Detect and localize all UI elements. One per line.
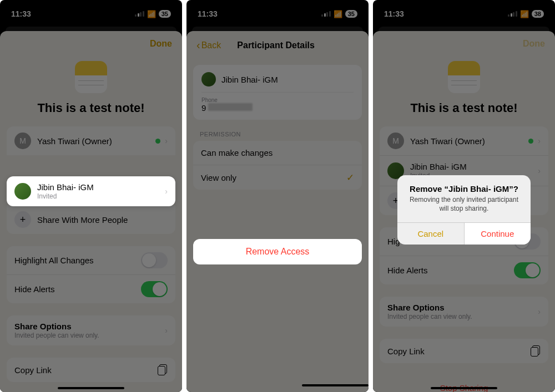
back-button[interactable]: ‹ Back (196, 39, 221, 52)
status-time: 11:33 (198, 9, 218, 18)
battery-level: 35 (345, 10, 357, 18)
plus-icon: + (14, 211, 31, 228)
participant-details-sheet: ‹ Back Participant Details Jibin Bhai- i… (186, 31, 369, 392)
checkmark-icon: ✓ (346, 172, 354, 184)
chevron-left-icon: ‹ (196, 39, 200, 52)
status-time: 11:33 (11, 9, 31, 18)
screen-remove-confirm: 11:33 📶 38 Done This is a test note! M Y… (373, 0, 555, 392)
phone-value: 9 (201, 103, 354, 113)
battery-level: 35 (159, 10, 171, 18)
avatar: M (14, 133, 31, 149)
chevron-right-icon: › (165, 326, 168, 335)
copy-link-row[interactable]: Copy Link (7, 358, 175, 382)
hide-alerts-row[interactable]: Hide Alerts (7, 275, 175, 303)
chevron-right-icon: › (165, 187, 168, 196)
online-dot-icon (155, 139, 160, 144)
participant-status: Invited (37, 192, 165, 200)
home-indicator[interactable] (302, 384, 369, 386)
owner-name: Yash Tiwari (Owner) (37, 136, 155, 146)
share-options-row[interactable]: Share Options Invited people can view on… (7, 315, 175, 345)
status-bar: 11:33 📶 35 (186, 0, 369, 22)
signal-icon (321, 11, 331, 17)
alert-message: Removing the only invited participant wi… (405, 196, 523, 213)
permission-section-label: PERMISSION (200, 131, 355, 138)
phone-label: Phone (201, 97, 354, 103)
remove-access-button[interactable]: Remove Access (193, 239, 362, 264)
screen-participant-details: 11:33 📶 35 ‹ Back Participant Details (186, 0, 369, 392)
share-more-row[interactable]: + Share With More People (7, 205, 175, 234)
wifi-icon: 📶 (147, 10, 156, 18)
highlight-changes-row[interactable]: Highlight All Changes (7, 246, 175, 275)
alert-title: Remove “Jibin Bhai- iGM”? (405, 184, 523, 194)
done-button[interactable]: Done (150, 39, 172, 49)
toggle-on[interactable] (141, 281, 168, 297)
alert-backdrop: Remove “Jibin Bhai- iGM”? Removing the o… (373, 0, 555, 392)
contact-card: Jibin Bhai- iGM Phone 9 (193, 65, 362, 120)
copy-icon (157, 364, 168, 375)
notes-app-icon (75, 61, 107, 93)
toggle-off[interactable] (141, 252, 168, 268)
permission-view-row[interactable]: View only ✓ (193, 165, 362, 190)
status-bar: 11:33 📶 35 (0, 0, 182, 22)
screen-share-sheet: 11:33 📶 35 Done This is a test note! M Y… (0, 0, 182, 392)
note-title: This is a test note! (0, 101, 182, 115)
signal-icon (135, 11, 144, 17)
continue-button[interactable]: Continue (465, 223, 531, 245)
participant-invited-row[interactable]: Jibin Bhai- iGM Invited › (7, 176, 175, 206)
cancel-button[interactable]: Cancel (397, 223, 465, 245)
chevron-right-icon: › (165, 136, 168, 145)
permission-edit-row[interactable]: Can make changes (193, 141, 362, 165)
wifi-icon: 📶 (334, 10, 342, 18)
participant-owner-row[interactable]: M Yash Tiwari (Owner) › (7, 126, 175, 155)
home-indicator[interactable] (58, 387, 124, 389)
page-title: Participant Details (237, 40, 315, 50)
remove-participant-alert: Remove “Jibin Bhai- iGM”? Removing the o… (397, 175, 531, 244)
avatar (14, 183, 31, 200)
participant-name: Jibin Bhai- iGM (37, 182, 165, 192)
redacted-phone (208, 103, 253, 111)
avatar (201, 72, 216, 86)
